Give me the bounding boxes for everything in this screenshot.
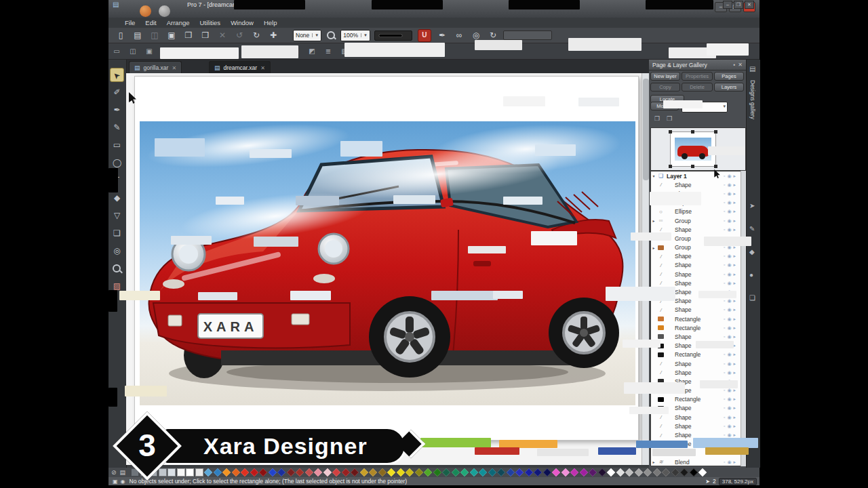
document-page[interactable]: XARA — [134, 76, 639, 441]
layer-row-shape[interactable]: /Shape▫◉▸ — [651, 368, 744, 377]
gallery-icon-4[interactable]: ● — [749, 271, 753, 279]
layer-control-icon[interactable]: ◉ — [727, 370, 731, 375]
new-document-icon[interactable]: ▯ — [114, 29, 127, 41]
layer-control-icon[interactable]: ▸ — [733, 174, 736, 179]
color-swatch[interactable] — [698, 468, 707, 477]
layer-control-icon[interactable]: ◉ — [727, 352, 731, 357]
scrollbar-thumb[interactable] — [643, 79, 649, 180]
layer-control-icon[interactable]: ◉ — [727, 200, 731, 205]
color-swatch[interactable] — [552, 468, 561, 477]
stroke-style-dropdown[interactable]: None▼ — [293, 30, 321, 41]
layer-control-icon[interactable]: ◉ — [727, 174, 731, 179]
doc-restore-button[interactable]: ❐ — [734, 1, 743, 9]
save-icon[interactable]: ◫ — [148, 29, 161, 41]
color-swatch[interactable] — [442, 468, 451, 477]
color-swatch[interactable] — [460, 468, 469, 477]
layer-control-icon[interactable]: ▸ — [733, 281, 736, 286]
color-swatch[interactable] — [314, 468, 323, 477]
layer-control-icon[interactable]: ▫ — [724, 325, 725, 331]
pin-icon[interactable]: ▪ — [733, 62, 735, 68]
pen-tool[interactable]: ✒ — [110, 103, 124, 117]
layer-control-icon[interactable]: ▫ — [724, 317, 725, 322]
doc-close-button[interactable]: ✕ — [745, 1, 754, 9]
layer-control-icon[interactable]: ◉ — [727, 298, 731, 304]
layer-control-icon[interactable]: ▸ — [733, 272, 736, 277]
layer-control-icon[interactable]: ▸ — [733, 352, 736, 357]
expand-icon[interactable]: ▾ — [651, 174, 656, 178]
color-swatch[interactable] — [570, 468, 579, 477]
color-swatch[interactable] — [497, 468, 506, 477]
color-swatch[interactable] — [341, 468, 350, 477]
layer-control-icon[interactable]: ◉ — [727, 424, 731, 429]
color-swatch[interactable] — [579, 468, 588, 477]
transparency-tool[interactable]: ▽ — [110, 209, 124, 223]
layer-control-icon[interactable]: ▫ — [724, 361, 725, 367]
copy-icon[interactable]: ❐ — [182, 29, 195, 41]
layer-control-icon[interactable]: ▫ — [724, 218, 725, 224]
layer-row-shape[interactable]: /Shape▫◉▸ — [651, 270, 744, 279]
layer-row-shape[interactable]: /Shape▫◉▸ — [651, 413, 744, 422]
tab-close-icon[interactable]: ✕ — [260, 65, 265, 71]
doc-minimize-button[interactable]: – — [723, 1, 732, 9]
layer-control-icon[interactable]: ▫ — [724, 388, 725, 393]
layer-control-icon[interactable]: ◉ — [727, 209, 731, 214]
gallery-icon-5[interactable]: ❏ — [749, 294, 755, 302]
layer-control-icon[interactable]: ▸ — [733, 460, 736, 465]
color-swatch[interactable] — [451, 468, 460, 477]
layer-control-icon[interactable]: ▫ — [724, 262, 725, 268]
layer-control-icon[interactable]: ▸ — [733, 200, 736, 205]
menu-item-edit[interactable]: Edit — [145, 19, 156, 26]
color-swatch[interactable] — [488, 468, 496, 477]
layer-control-icon[interactable]: ▫ — [724, 227, 725, 232]
layer-row-layer-1[interactable]: ▾❏Layer 1▫◉▸ — [651, 171, 744, 180]
layer-row-rectangle[interactable]: Rectangle▫◉▸ — [651, 395, 744, 404]
node-edit-icon[interactable]: ✚ — [267, 29, 280, 41]
snap-magnet-icon[interactable]: U — [418, 29, 431, 42]
layer-control-icon[interactable]: ▫ — [724, 405, 725, 411]
layer-row-shape[interactable]: /Shape▫◉▸ — [651, 261, 744, 270]
color-swatch[interactable] — [515, 468, 524, 477]
color-swatch[interactable] — [195, 468, 203, 476]
color-swatch[interactable] — [241, 468, 250, 477]
color-swatch[interactable] — [644, 468, 652, 477]
fill-tool[interactable]: ◆ — [110, 191, 124, 205]
layer-row-shape[interactable]: /Shape▫◉▸ — [651, 422, 744, 430]
layer-control-icon[interactable]: ▸ — [733, 432, 736, 438]
color-swatch[interactable] — [259, 468, 268, 477]
new-layer-button[interactable]: New layer — [650, 72, 680, 81]
selector-tool[interactable]: ➤ — [110, 68, 124, 82]
gallery-icon-1[interactable]: ➤ — [749, 202, 755, 209]
delete-icon[interactable]: ✕ — [216, 29, 229, 41]
shadow-tool[interactable]: ❏ — [110, 226, 124, 241]
layer-control-icon[interactable]: ▫ — [724, 298, 725, 304]
layer-control-icon[interactable]: ◉ — [727, 405, 731, 411]
color-swatch[interactable] — [277, 468, 286, 477]
color-swatch[interactable] — [597, 468, 606, 477]
layer-control-icon[interactable]: ▸ — [733, 317, 736, 322]
color-swatch[interactable] — [524, 468, 533, 477]
layer-control-icon[interactable]: ◉ — [727, 262, 731, 268]
expand-icon[interactable]: ▸ — [651, 218, 656, 223]
print-icon[interactable]: ▣ — [165, 29, 178, 41]
layer-control-icon[interactable]: ▸ — [733, 307, 736, 312]
color-swatch[interactable] — [304, 468, 313, 477]
feather-icon[interactable]: ✒ — [435, 29, 449, 41]
layer-list-scrollbar[interactable] — [741, 171, 746, 466]
expand-icon[interactable]: ▸ — [651, 245, 656, 250]
layer-control-icon[interactable]: ◉ — [727, 317, 731, 322]
layer-control-icon[interactable]: ▸ — [733, 182, 736, 188]
tab-close-icon[interactable]: ✕ — [172, 65, 176, 71]
color-swatch[interactable] — [159, 468, 167, 476]
color-swatch[interactable] — [177, 468, 185, 476]
layers-button[interactable]: Layers — [714, 83, 744, 92]
infobar-icon-2[interactable]: ◫ — [127, 46, 138, 57]
layer-control-icon[interactable]: ▸ — [733, 334, 736, 340]
layer-control-icon[interactable]: ▫ — [724, 415, 725, 420]
layer-control-icon[interactable]: ▫ — [724, 182, 725, 188]
color-swatch[interactable] — [231, 468, 240, 477]
gallery-icon-2[interactable]: ✎ — [749, 225, 755, 232]
color-swatch[interactable] — [652, 468, 661, 477]
layer-control-icon[interactable]: ◉ — [727, 272, 731, 277]
color-swatch[interactable] — [387, 468, 396, 477]
color-swatch[interactable] — [406, 468, 414, 477]
